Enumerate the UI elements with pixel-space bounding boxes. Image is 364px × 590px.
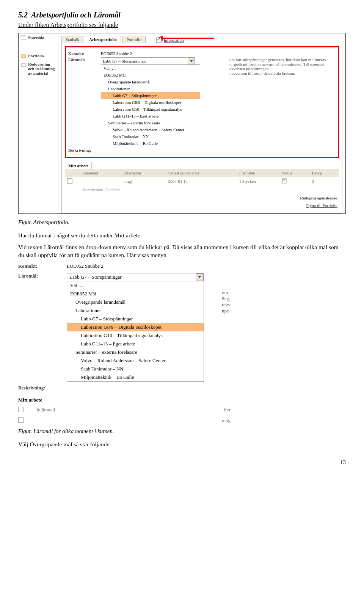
figure-caption-2: Figur. Läromål för olika moment i kursen… [18,428,346,435]
description-text: om hur störspänningar genereras, hur dom… [229,57,336,75]
dropdown-option[interactable]: Volvo – Roland Andersson – Safety Center [101,126,200,133]
window-icon [21,35,26,40]
laromal-label: Läromål: [68,57,97,62]
edit-properties-link[interactable]: Redigera egenskaper [300,196,337,200]
paragraph: Vid texten Läromål finns en drop-down me… [18,243,346,259]
col-betyg: Betyg [309,169,339,177]
cell-date: 2004-01-14 [166,177,237,186]
beskriv-label: Beskrivning: [18,385,60,391]
info-panel: Kontakt: EOE052 Snubbe 2 Läromål: Labb G… [61,43,342,213]
col-inlamnad: Inlämnad [36,407,55,414]
dropdown-option[interactable]: Volvo – Roland Andersson – Safety Center [67,356,204,365]
dropdown-option[interactable]: Övergripande lärandemål [101,78,200,85]
table-row[interactable]: ning) 2004-01-14 1 Stycken 3 [65,177,339,186]
folder-icon [21,63,26,67]
sidenav-portfolio-label: Portfolio [28,53,44,58]
tab-statistik[interactable]: Statistik [61,36,83,43]
dropdown-option[interactable]: Laboration G8/9 – Digitala oscilloskopet [67,323,204,331]
section-heading: 5.2 Arbetsportfolio och Läromål [18,11,346,19]
dropdown-option[interactable]: Välj … [101,65,200,72]
cell-size: 1 Stycken [237,177,280,186]
annotation-red-box: Kontakt: EOE052 Snubbe 2 Läromål: Labb G… [65,46,339,158]
col-status: Status [280,169,310,177]
move-to-portfolio-link[interactable]: Flytta till Portfolio [306,203,337,208]
sidenav-submit[interactable]: Redovisning och in-lämning av material [19,60,58,77]
svg-rect-3 [21,64,26,67]
row-checkbox[interactable] [67,178,72,184]
dropdown-option[interactable]: Välj … [67,281,204,290]
tab-bar: Statistik Arbetsportfolio Portfolio ✓ In… [61,36,342,43]
paragraph: Har du lämnat i något ser du detta under… [18,232,346,240]
clip-text: ör g [222,296,231,302]
folder-icon [21,53,26,58]
sidenav-portfolio[interactable]: Portfolio [19,52,58,60]
dropdown-option[interactable]: Laborationer [67,306,204,315]
laromal-dropdown[interactable]: Labb G7 – Störspänningar [67,273,204,281]
svg-marker-6 [190,60,193,62]
laromal-label: Läromål: [18,273,60,279]
col-efternamn: Efternamn [121,169,166,177]
cell-name: ning) [121,177,166,186]
laromal-dropdown[interactable]: Labb G7 – Störspänningar [101,57,200,65]
dropdown-option[interactable]: EOE052 Mål [101,72,200,78]
laromal-dropdown-list[interactable]: Välj … EOE052 Mål Övergripande lärandemå… [101,64,200,147]
cell-status [280,177,310,186]
table-row-comment: Kommentar: Godkänt [65,186,339,193]
kontakt-value: EOE052 Snubbe 2 [67,263,104,269]
figure-caption-1: Figur. Arbetsportfolio. [18,219,346,226]
dropdown-option[interactable]: Seminarier – externa föreläsare [101,119,200,126]
chevron-down-icon[interactable] [196,273,204,281]
dropdown-option[interactable]: Labb G11–13 – Eget arbete [67,340,204,348]
dropdown-option[interactable]: Laborationer [101,85,200,92]
clip-text: ning [222,417,231,424]
section-number: 5.2 Arbetsportfolio och Läromål [18,11,121,19]
row-checkbox[interactable] [18,407,24,412]
screenshot-laromal-menu: Kontakt: EOE052 Snubbe 2 Läromål: Labb G… [18,263,231,424]
clip-text: om [222,290,231,296]
section-intro: Under fliken Arbetsportfolio ses följand… [18,22,346,28]
dropdown-option[interactable]: Saab Tankradar – NN [101,133,200,140]
dropdown-option[interactable]: Miljömätteknik – Bo Galle [101,140,200,147]
clip-text: fter [224,407,231,414]
laromal-dropdown-list[interactable]: Välj … EOE052 Mål Övergripande lärandemå… [67,281,204,382]
row-checkbox[interactable] [18,417,24,423]
svg-rect-2 [21,55,26,58]
tab-arbetsportfolio[interactable]: Arbetsportfolio [85,36,121,43]
kontakt-value: EOE052 Snubbe 2 [101,51,132,56]
dropdown-selected: Labb G7 – Störspänningar [101,57,188,65]
dropdown-selected: Labb G7 – Störspänningar [67,273,196,281]
sidenav-home[interactable]: Startsida [19,33,58,42]
dropdown-option[interactable]: Laboration G10 – Tillämpad signalanalys [67,331,204,340]
dropdown-option[interactable]: Laboration G8/9 – Digitala oscilloskopet [101,99,200,106]
info-label: Information [164,38,184,42]
kontakt-label: Kontakt: [18,263,60,269]
dropdown-option[interactable]: Labb G7 – Störspänningar [101,92,200,99]
paragraph: Välj Övergripande mål så står följande: [18,441,346,449]
tab-portfolio[interactable]: Portfolio [122,36,146,43]
col-uppdaterad: Senast uppdaterad [166,169,237,177]
dropdown-option[interactable]: Laboration G10 – Tillämpad signalanalys [101,106,200,113]
mitt-arbete-tab[interactable]: Mitt arbete [65,162,92,169]
mitt-arbete-label: Mitt arbete [18,397,231,403]
info-checkbox[interactable]: ✓ Information [156,38,184,43]
clip-text: npe [222,308,231,314]
dropdown-option[interactable]: Saab Tankradar – NN [67,365,204,373]
dropdown-option[interactable]: Miljömätteknik – Bo Galle [67,373,204,381]
beskriv-label: Beskrivning: [68,148,97,152]
table-header-fragment: Inlämnad fter [18,407,231,414]
dropdown-option[interactable]: Labb G11–13 – Eget arbete [101,113,200,119]
work-table: Inlämnad Efternamn Senast uppdaterad Fil… [65,169,339,193]
clip-text: rekv [222,302,231,308]
dropdown-option[interactable]: EOE052 Mål [67,290,204,298]
dropdown-option[interactable]: Seminarier – externa föreläsare [67,348,204,356]
dropdown-option[interactable]: Labb G7 – Störspänningar [67,315,204,323]
col-inlamnad: Inlämnad [80,169,121,177]
dropdown-option[interactable]: Övergripande lärandemål [67,298,204,306]
svg-marker-10 [198,276,201,278]
sidenav: Startsida Portfolio Redovisning och in-l… [19,33,58,213]
sidenav-home-label: Startsida [28,35,44,40]
document-icon [282,178,287,184]
chevron-down-icon[interactable] [188,57,195,65]
screenshot-arbetsportfolio: Startsida Portfolio Redovisning och in-l… [18,33,346,214]
col-filstorlek: Filstorlek [237,169,280,177]
